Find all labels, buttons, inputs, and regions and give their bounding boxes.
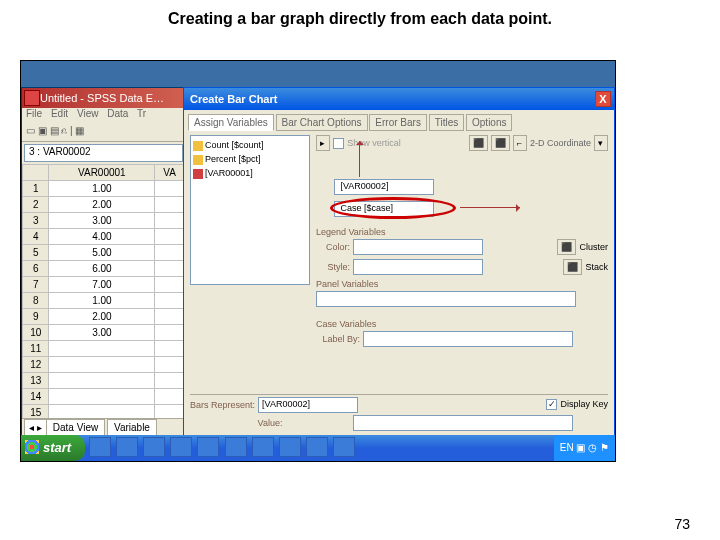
menu-file[interactable]: File	[26, 108, 42, 119]
label-by-field[interactable]	[363, 331, 573, 347]
dialog-tabs[interactable]: Assign Variables Bar Chart Options Error…	[184, 110, 614, 131]
cell-var00001[interactable]	[49, 373, 155, 389]
language-indicator[interactable]: EN	[560, 442, 574, 453]
spss-data-grid[interactable]: VAR00001 VA 11.0022.0033.0044.0055.0066.…	[22, 164, 185, 437]
row-header[interactable]: 2	[23, 197, 49, 213]
row-header[interactable]: 13	[23, 373, 49, 389]
var-percent[interactable]: Percent [$pct]	[193, 152, 307, 166]
display-key-checkbox[interactable]: ✓	[546, 399, 557, 410]
cell-var00001[interactable]: 4.00	[49, 229, 155, 245]
legend-color-field[interactable]	[353, 239, 483, 255]
show-vertical-checkbox[interactable]	[333, 138, 344, 149]
table-row[interactable]: 13	[23, 373, 185, 389]
cell-var00001[interactable]: 2.00	[49, 197, 155, 213]
spss-menubar[interactable]: File Edit View Data Tr	[22, 108, 185, 124]
table-row[interactable]: 77.00	[23, 277, 185, 293]
menu-view[interactable]: View	[77, 108, 99, 119]
col-var00002[interactable]: VA	[155, 165, 185, 181]
tab-options[interactable]: Options	[466, 114, 512, 131]
cell-var00002[interactable]	[155, 181, 185, 197]
bar-layout-button-1[interactable]: ⬛	[469, 135, 488, 151]
table-row[interactable]: 44.00	[23, 229, 185, 245]
table-row[interactable]: 92.00	[23, 309, 185, 325]
table-row[interactable]: 66.00	[23, 261, 185, 277]
task-button[interactable]	[306, 437, 328, 457]
value-field[interactable]	[353, 415, 573, 431]
coord-dropdown[interactable]: ▾	[594, 135, 608, 151]
row-header[interactable]: 14	[23, 389, 49, 405]
var-count[interactable]: Count [$count]	[193, 138, 307, 152]
spss-sheet-tabs[interactable]: ◂ ▸ Data View Variable	[22, 418, 185, 436]
table-row[interactable]: 11	[23, 341, 185, 357]
bar-layout-button-2[interactable]: ⬛	[491, 135, 510, 151]
cell-var00002[interactable]	[155, 293, 185, 309]
table-row[interactable]: 22.00	[23, 197, 185, 213]
bars-represent-field[interactable]: [VAR00002]	[258, 397, 358, 413]
cell-var00001[interactable]	[49, 341, 155, 357]
tab-data-view[interactable]: Data View	[46, 419, 105, 435]
cell-var00002[interactable]	[155, 325, 185, 341]
menu-transform[interactable]: Tr	[137, 108, 146, 119]
cell-var00001[interactable]: 2.00	[49, 309, 155, 325]
tab-error-bars[interactable]: Error Bars	[369, 114, 427, 131]
cell-var00001[interactable]: 3.00	[49, 325, 155, 341]
cluster-button[interactable]: ⬛	[557, 239, 576, 255]
start-button[interactable]: start	[21, 435, 85, 461]
table-row[interactable]: 12	[23, 357, 185, 373]
cell-var00001[interactable]: 3.00	[49, 213, 155, 229]
row-header[interactable]: 4	[23, 229, 49, 245]
task-button[interactable]	[89, 437, 111, 457]
table-row[interactable]: 103.00	[23, 325, 185, 341]
task-button[interactable]	[143, 437, 165, 457]
task-button[interactable]	[333, 437, 355, 457]
tab-assign-variables[interactable]: Assign Variables	[188, 114, 274, 131]
spss-toolbar[interactable]: ▭ ▣ ▤ ⎌ | ▦	[22, 124, 185, 142]
table-row[interactable]: 81.00	[23, 293, 185, 309]
row-header[interactable]: 7	[23, 277, 49, 293]
cell-var00001[interactable]: 1.00	[49, 181, 155, 197]
cell-var00002[interactable]	[155, 277, 185, 293]
cell-var00001[interactable]	[49, 389, 155, 405]
col-var00001[interactable]: VAR00001	[49, 165, 155, 181]
cell-var00002[interactable]	[155, 341, 185, 357]
cell-var00001[interactable]	[49, 357, 155, 373]
task-button[interactable]	[170, 437, 192, 457]
taskbar-buttons[interactable]	[85, 435, 554, 461]
table-row[interactable]: 55.00	[23, 245, 185, 261]
cell-var00002[interactable]	[155, 245, 185, 261]
cell-var00002[interactable]	[155, 197, 185, 213]
row-header[interactable]: 8	[23, 293, 49, 309]
row-header[interactable]: 12	[23, 357, 49, 373]
table-row[interactable]: 11.00	[23, 181, 185, 197]
row-header[interactable]: 5	[23, 245, 49, 261]
task-button[interactable]	[197, 437, 219, 457]
row-header[interactable]: 11	[23, 341, 49, 357]
cell-reference-box[interactable]: 3 : VAR00002	[24, 144, 183, 162]
tab-titles[interactable]: Titles	[429, 114, 465, 131]
cell-var00001[interactable]: 5.00	[49, 245, 155, 261]
cell-var00002[interactable]	[155, 261, 185, 277]
panel-variable-field[interactable]	[316, 291, 576, 307]
task-button[interactable]	[116, 437, 138, 457]
arrow-right-button[interactable]: ▸	[316, 135, 330, 151]
cell-var00002[interactable]	[155, 229, 185, 245]
var-var00001[interactable]: [VAR00001]	[193, 166, 307, 180]
variable-list[interactable]: Count [$count] Percent [$pct] [VAR00001]	[190, 135, 310, 285]
stack-button[interactable]: ⬛	[563, 259, 582, 275]
col-rownum[interactable]	[23, 165, 49, 181]
cell-var00002[interactable]	[155, 389, 185, 405]
legend-style-field[interactable]	[353, 259, 483, 275]
cell-var00001[interactable]: 7.00	[49, 277, 155, 293]
tray-icons[interactable]: ▣ ◷ ⚑	[576, 442, 609, 453]
table-row[interactable]: 14	[23, 389, 185, 405]
system-tray[interactable]: EN ▣ ◷ ⚑	[554, 435, 615, 461]
coord-button[interactable]: ⌐	[513, 135, 527, 151]
cell-var00002[interactable]	[155, 309, 185, 325]
tab-variable-view[interactable]: Variable	[107, 419, 157, 435]
cell-var00002[interactable]	[155, 213, 185, 229]
cell-var00002[interactable]	[155, 357, 185, 373]
windows-taskbar[interactable]: start EN ▣ ◷ ⚑	[21, 435, 615, 461]
category-drop-zone[interactable]: Case [$case]	[334, 201, 444, 217]
cell-var00001[interactable]: 1.00	[49, 293, 155, 309]
row-header[interactable]: 6	[23, 261, 49, 277]
